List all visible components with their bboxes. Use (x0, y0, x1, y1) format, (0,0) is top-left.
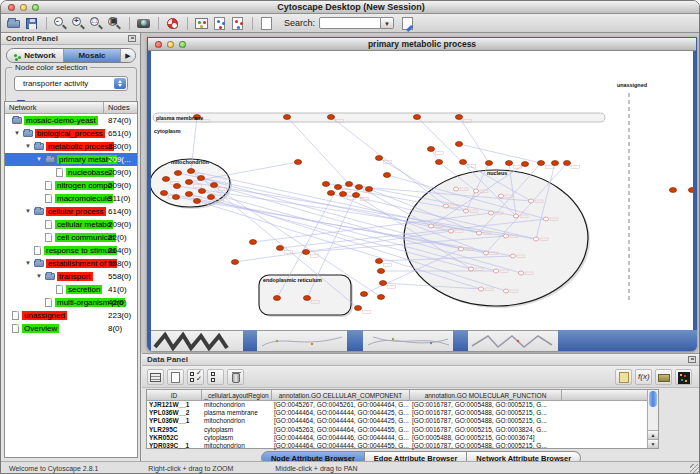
expand-arrow-icon[interactable]: ▼ (25, 260, 31, 266)
zoom-selected-icon[interactable]: □ (89, 16, 105, 31)
network-node[interactable] (283, 115, 290, 120)
network-tree-row[interactable]: nitrogen compo209(0) (5, 179, 137, 192)
network-node[interactable] (322, 182, 329, 187)
network-node[interactable] (173, 184, 180, 189)
network-node[interactable] (455, 142, 462, 147)
preview-network-icon[interactable] (194, 16, 210, 31)
network-node[interactable] (207, 195, 214, 200)
network-node-open[interactable] (533, 237, 538, 241)
network-tree-row[interactable]: secretion41(0) (5, 283, 137, 296)
network-node[interactable] (174, 171, 181, 176)
network-node[interactable] (276, 246, 283, 251)
table-scrollbar[interactable]: ▲ ▼ (647, 390, 658, 448)
network-node-open[interactable] (478, 287, 483, 291)
import-attributes-icon[interactable] (655, 369, 672, 385)
zoom-in-icon[interactable]: + (71, 16, 87, 31)
table-column-header[interactable]: ID (147, 390, 202, 400)
node-color-dropdown[interactable]: transporter activity (14, 76, 128, 91)
network-node[interactable] (273, 296, 280, 301)
network-node[interactable] (355, 185, 362, 190)
network-node-open[interactable] (473, 189, 478, 193)
table-row[interactable]: YPL036W__1mitochondrion[GO:0044464, GO:0… (147, 417, 658, 425)
network-node-open[interactable] (498, 194, 503, 198)
network-node[interactable] (688, 188, 693, 193)
network-node[interactable] (339, 192, 346, 197)
tree-column-network[interactable]: Network (5, 102, 104, 113)
network-node-open[interactable] (458, 247, 463, 251)
network-tree-row[interactable]: ▼metabolic process280(0) (5, 140, 137, 153)
expand-arrow-icon[interactable]: ▼ (36, 273, 42, 279)
network-node[interactable] (383, 173, 390, 178)
background-window-fragment[interactable] (151, 330, 243, 351)
network-node[interactable] (302, 250, 309, 255)
network-tree-row[interactable]: unassigned223(0) (5, 309, 137, 322)
resize-grip[interactable] (690, 464, 699, 473)
network-tree-row[interactable]: ▼cellular process614(0) (5, 205, 137, 218)
background-window-fragment[interactable] (468, 330, 558, 351)
network-node[interactable] (162, 177, 169, 182)
network-tree-row[interactable]: response to stimulu264(0) (5, 244, 137, 257)
scroll-up-icon[interactable]: ▲ (648, 430, 658, 439)
table-column-header[interactable]: annotation.GO MOLECULAR_FUNCTION (410, 390, 562, 400)
network-node[interactable] (185, 180, 192, 185)
network-node-open[interactable] (503, 234, 508, 238)
expand-arrow-icon[interactable]: ▼ (25, 208, 31, 214)
search-input[interactable] (319, 17, 381, 29)
network-node-open[interactable] (468, 267, 473, 271)
network-node[interactable] (669, 188, 676, 193)
select-attributes-icon[interactable] (187, 369, 204, 385)
network-node[interactable] (172, 195, 179, 200)
scroll-down-icon[interactable]: ▼ (648, 439, 658, 448)
network-node[interactable] (485, 161, 492, 166)
function-builder-icon[interactable]: f(x) (635, 369, 652, 385)
delete-attribute-icon[interactable] (227, 369, 244, 385)
network-node-open[interactable] (483, 251, 488, 255)
network-tree-row[interactable]: ▼biological_process651(0) (5, 127, 137, 140)
network-window-titlebar[interactable]: primary metabolic process (148, 38, 696, 51)
network-canvas[interactable]: plasma membranecytoplasmmitochondrionnuc… (151, 51, 693, 330)
network-tree-row[interactable]: macromolecule311(0) (5, 192, 137, 205)
network-node[interactable] (377, 295, 384, 300)
background-window-edge[interactable] (453, 330, 468, 351)
copy-network-blue-icon[interactable] (212, 16, 228, 31)
snapshot-icon[interactable] (136, 16, 152, 31)
table-column-header[interactable]: annotation.GO CELLULAR_COMPONENT (272, 390, 410, 400)
network-node-open[interactable] (493, 269, 498, 273)
tab-network[interactable]: Network (7, 49, 64, 62)
network-node[interactable] (563, 161, 570, 166)
network-node-open[interactable] (428, 224, 433, 228)
background-window-fragment[interactable] (257, 330, 347, 351)
tab-overflow-icon[interactable]: ▶ (121, 49, 135, 62)
notes-icon[interactable] (615, 369, 632, 385)
network-node[interactable] (537, 161, 544, 166)
network-node-open[interactable] (453, 187, 458, 191)
table-row[interactable]: YKR052Ccytoplasm[GO:0044464, GO:0044446,… (147, 434, 658, 442)
network-node[interactable] (379, 281, 386, 286)
network-tree-row[interactable]: Overview8(0) (5, 322, 137, 335)
network-node[interactable] (375, 156, 382, 161)
network-tree-row[interactable]: mosaic-demo-yeast874(0) (5, 114, 137, 127)
network-node-open[interactable] (510, 254, 515, 258)
background-window-fragment[interactable] (363, 330, 453, 351)
network-node[interactable] (294, 160, 301, 165)
network-node[interactable] (427, 147, 434, 152)
expand-arrow-icon[interactable]: ▼ (25, 143, 31, 149)
network-node-open[interactable] (518, 271, 523, 275)
network-node[interactable] (185, 192, 192, 197)
network-node[interactable] (459, 160, 466, 165)
network-tree-row[interactable]: cellular metabo209(0) (5, 218, 137, 231)
network-tree-row[interactable]: nucleobase-209(0) (5, 166, 137, 179)
save-icon[interactable] (24, 16, 40, 31)
table-row[interactable]: YJR121W__1mitochondrion[GO:0045267, GO:0… (147, 401, 658, 409)
attribute-matrix-icon[interactable] (675, 369, 692, 385)
network-node-open[interactable] (503, 289, 508, 293)
network-tree-row[interactable]: cell communicat22(0) (5, 231, 137, 244)
expand-arrow-icon[interactable]: ▼ (36, 156, 42, 162)
attribute-table-icon[interactable] (147, 369, 164, 385)
help-icon[interactable] (165, 16, 181, 31)
zoom-out-icon[interactable]: - (53, 16, 69, 31)
network-node[interactable] (193, 199, 200, 204)
network-node[interactable] (354, 306, 361, 311)
network-node[interactable] (455, 115, 462, 120)
network-tree-row[interactable]: multi-organism pro42(0) (5, 296, 137, 309)
